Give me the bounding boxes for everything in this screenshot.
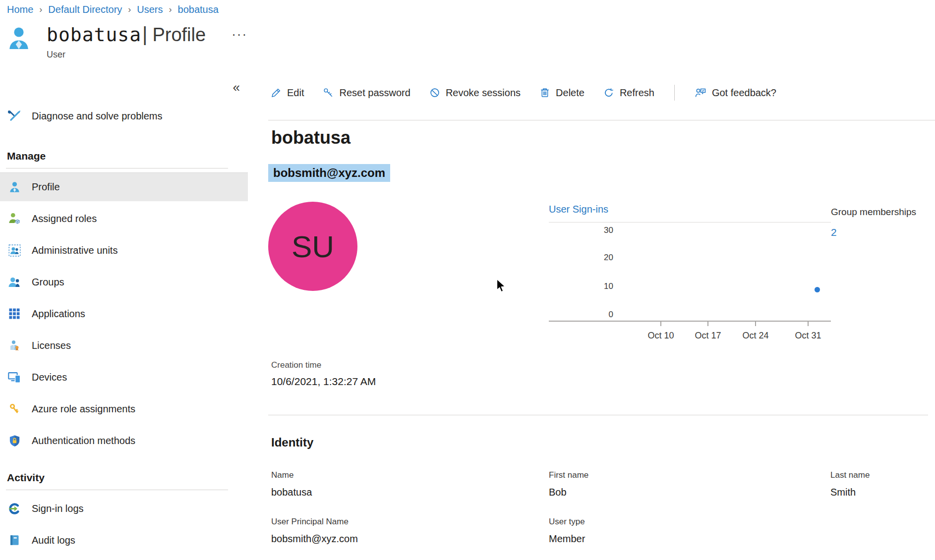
field-label: Last name <box>830 470 935 480</box>
y-axis-tick: 20 <box>549 253 613 263</box>
applications-grid-icon <box>8 307 21 320</box>
signin-data-point <box>815 287 820 292</box>
sidebar-item-label: Sign-in logs <box>32 503 84 514</box>
breadcrumb-home[interactable]: Home <box>7 4 33 15</box>
sidebar-item-diagnose[interactable]: Diagnose and solve problems <box>0 102 248 130</box>
toolbar-label: Delete <box>556 87 584 99</box>
toolbar-label: Reset password <box>339 87 410 99</box>
field-label: User type <box>549 517 830 527</box>
field-label: Name <box>271 470 549 480</box>
user-avatar-icon <box>7 25 31 51</box>
refresh-icon <box>603 87 614 98</box>
x-axis-tick-mark <box>755 322 756 326</box>
sidebar-item-licenses[interactable]: Licenses <box>0 331 248 360</box>
sidebar-item-label: Audit logs <box>32 535 75 546</box>
user-sign-ins-chart: User Sign-ins 30 20 10 0 Oct 10 Oct 17 O… <box>549 204 841 352</box>
x-axis-tick-mark <box>660 322 661 326</box>
page-title: bobatusa <box>47 24 141 46</box>
user-email-selected-text: bobsmith@xyz.com <box>268 164 390 182</box>
reset-password-button[interactable]: Reset password <box>323 87 410 99</box>
revoke-sessions-button[interactable]: Revoke sessions <box>429 87 521 99</box>
field-last-name: Last name Smith <box>830 470 935 498</box>
sidebar-item-label: Administrative units <box>32 245 117 256</box>
profile-blade: Edit Reset password Revoke sessions <box>248 69 935 555</box>
breadcrumb-bobatusa[interactable]: bobatusa <box>178 4 219 15</box>
sidebar-item-label: Azure role assignments <box>32 403 135 415</box>
sidebar-item-label: Applications <box>32 308 85 320</box>
sidebar-item-label: Authentication methods <box>32 435 135 447</box>
breadcrumb: Home › Default Directory › Users › bobat… <box>0 0 935 15</box>
sidebar-item-label: Diagnose and solve problems <box>32 111 163 122</box>
assigned-roles-icon <box>8 212 21 225</box>
sidebar-item-label: Profile <box>32 181 60 193</box>
identity-heading: Identity <box>271 436 313 449</box>
section-divider <box>268 415 928 415</box>
trash-icon <box>539 87 550 98</box>
tools-icon <box>8 110 21 122</box>
sidebar-item-label: Devices <box>32 372 67 383</box>
content-divider <box>268 120 935 120</box>
breadcrumb-default-directory[interactable]: Default Directory <box>48 4 122 15</box>
edit-button[interactable]: Edit <box>271 87 304 99</box>
avatar-initials: SU <box>292 229 334 264</box>
user-display-name: bobatusa <box>271 127 351 148</box>
command-bar: Edit Reset password Revoke sessions <box>271 85 776 101</box>
more-options-button[interactable]: ··· <box>232 27 247 42</box>
sidebar-divider <box>6 490 228 490</box>
sidebar-section-activity: Activity <box>0 472 248 484</box>
chevron-right-icon: › <box>128 4 131 15</box>
sidebar-item-azure-role-assignments[interactable]: Azure role assignments <box>0 394 248 423</box>
creation-time-block: Creation time 10/6/2021, 1:32:27 AM <box>271 360 376 388</box>
audit-logs-icon <box>8 534 21 547</box>
sidebar-item-authentication-methods[interactable]: Authentication methods <box>0 426 248 455</box>
sidebar-item-administrative-units[interactable]: Administrative units <box>0 236 248 265</box>
sidebar-item-assigned-roles[interactable]: Assigned roles <box>0 204 248 233</box>
sidebar-item-sign-in-logs[interactable]: Sign-in logs <box>0 494 248 523</box>
sidebar-item-groups[interactable]: Groups <box>0 268 248 296</box>
field-value: Member <box>549 533 830 545</box>
page-header: bobatusa| Profile ··· User <box>0 15 935 69</box>
chevron-right-icon: › <box>169 4 172 15</box>
chevron-right-icon: › <box>39 4 42 15</box>
field-user-principal-name: User Principal Name bobsmith@xyz.com <box>271 517 549 545</box>
administrative-units-icon <box>8 244 21 257</box>
collapse-menu-button[interactable]: « <box>233 81 240 94</box>
chart-header-divider <box>549 222 831 223</box>
group-memberships-tile: Group memberships 2 <box>831 207 916 238</box>
chart-title-link[interactable]: User Sign-ins <box>549 204 608 215</box>
delete-button[interactable]: Delete <box>539 87 584 99</box>
block-icon <box>429 87 440 98</box>
sidebar-item-label: Groups <box>32 277 64 288</box>
group-memberships-count-link[interactable]: 2 <box>831 226 916 238</box>
field-value: Smith <box>830 487 935 498</box>
pencil-icon <box>271 87 282 98</box>
object-type-label: User <box>47 50 247 60</box>
field-first-name: First name Bob <box>549 470 830 498</box>
refresh-button[interactable]: Refresh <box>603 87 654 99</box>
sidebar-item-applications[interactable]: Applications <box>0 299 248 328</box>
field-value: Bob <box>549 487 830 498</box>
y-axis-tick: 30 <box>549 225 613 235</box>
x-axis-tick-mark <box>808 322 809 326</box>
got-feedback-button[interactable]: Got feedback? <box>695 87 776 99</box>
field-name: Name bobatusa <box>271 470 549 498</box>
avatar: SU <box>268 202 357 291</box>
licenses-icon <box>8 339 21 352</box>
key-icon <box>323 87 334 98</box>
field-label: User Principal Name <box>271 517 549 527</box>
toolbar-label: Got feedback? <box>712 87 776 99</box>
sidebar-item-audit-logs[interactable]: Audit logs <box>0 526 248 555</box>
field-value: bobatusa <box>271 487 549 498</box>
group-memberships-label: Group memberships <box>831 207 916 218</box>
y-axis-tick: 0 <box>549 310 613 320</box>
sidebar-item-profile[interactable]: Profile <box>0 172 248 201</box>
field-label: First name <box>549 470 830 480</box>
toolbar-label: Edit <box>287 87 304 99</box>
sidebar-item-devices[interactable]: Devices <box>0 363 248 392</box>
toolbar-label: Revoke sessions <box>446 87 521 99</box>
sidebar-item-label: Licenses <box>32 340 71 351</box>
active-blade-label: Profile <box>152 24 206 46</box>
x-axis-label: Oct 24 <box>733 331 778 341</box>
toolbar-label: Refresh <box>620 87 654 99</box>
breadcrumb-users[interactable]: Users <box>137 4 163 15</box>
